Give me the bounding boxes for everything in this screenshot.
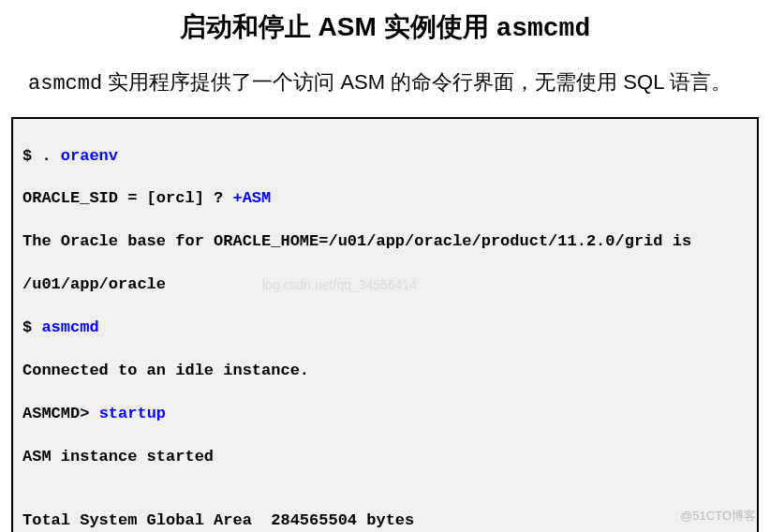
watermark-center: log.csdn.net/qq_34556414 <box>262 277 417 292</box>
term-l1b: oraenv <box>61 147 118 165</box>
term-l2a: ORACLE_SID = [orcl] ? <box>22 189 232 207</box>
page-title: 启动和停止 ASM 实例使用 asmcmd <box>0 0 770 64</box>
term-line-6: Connected to an idle instance. <box>22 361 748 382</box>
term-line-8: ASM instance started <box>22 447 748 468</box>
term-line-5: $ asmcmd <box>22 318 748 339</box>
term-l2b: +ASM <box>232 189 271 207</box>
term-l7b: startup <box>99 405 166 422</box>
desc-text: 实用程序提供了一个访问 ASM 的命令行界面，无需使用 SQL 语言。 <box>102 70 731 94</box>
term-line-3: The Oracle base for ORACLE_HOME=/u01/app… <box>22 231 748 253</box>
title-part4: asmcmd <box>496 14 590 43</box>
title-part1: 启动和停止 <box>180 12 318 41</box>
title-part2: ASM <box>318 12 377 41</box>
term-l5b: asmcmd <box>41 318 98 336</box>
term-l5a: $ <box>22 318 41 336</box>
term-l7a: ASMCMD> <box>22 405 99 422</box>
term-line-7: ASMCMD> startup <box>22 404 748 425</box>
description: asmcmd 实用程序提供了一个访问 ASM 的命令行界面，无需使用 SQL 语… <box>0 64 770 117</box>
term-l1a: $ . <box>22 147 61 165</box>
terminal-output: $ . oraenv ORACLE_SID = [orcl] ? +ASM Th… <box>11 117 759 532</box>
term-line-2: ORACLE_SID = [orcl] ? +ASM <box>22 188 748 210</box>
desc-cmd: asmcmd <box>28 72 102 96</box>
title-part3: 实例使用 <box>377 12 496 41</box>
watermark-corner: @51CTO博客 <box>680 508 756 525</box>
term-line-1: $ . oraenv <box>22 146 748 168</box>
term-line-10: Total System Global Area 284565504 bytes <box>22 510 748 532</box>
